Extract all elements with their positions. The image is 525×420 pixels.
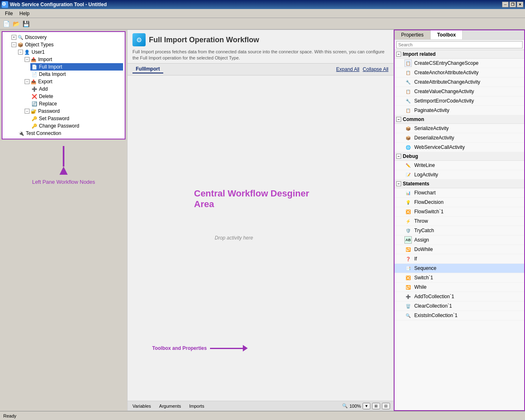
group-header-common[interactable]: − Common	[395, 115, 524, 124]
item-try-catch[interactable]: 🛡️ TryCatch	[395, 226, 524, 235]
item-switch[interactable]: 🔀 Switch`1	[395, 273, 524, 283]
item-create-value[interactable]: 📋 CreateValueChangeActivity	[395, 87, 524, 96]
tab-properties[interactable]: Properties	[395, 30, 431, 39]
tree-item-export[interactable]: − 📤 Export	[24, 78, 123, 85]
item-label-writeline: WriteLine	[414, 162, 435, 168]
group-expander-common[interactable]: −	[396, 117, 401, 122]
tree-item-set-password[interactable]: 🔑 Set Password	[30, 115, 123, 122]
item-throw[interactable]: ⚡ Throw	[395, 217, 524, 226]
item-flow-switch[interactable]: 🔀 FlowSwitch`1	[395, 207, 524, 217]
tree-item-test-connection[interactable]: 🔌 Test Connection	[17, 130, 123, 137]
expander-import[interactable]: −	[25, 57, 30, 62]
arguments-tab[interactable]: Arguments	[158, 403, 183, 409]
menu-file[interactable]: File	[2, 10, 16, 17]
arrow-head-up	[59, 167, 68, 175]
item-icon-if: ❓	[404, 255, 412, 262]
item-add-to-collection[interactable]: ➕ AddToCollection`1	[395, 292, 524, 301]
item-label-do-while: DoWhile	[414, 247, 433, 252]
object-types-label: Object Types	[25, 42, 54, 48]
item-writeline[interactable]: ✏️ WriteLine	[395, 161, 524, 170]
restore-button[interactable]: ❐	[509, 2, 516, 7]
item-create-attribute[interactable]: 🔧 CreateAttributeChangeActivity	[395, 78, 524, 87]
designer-tab-fullimport[interactable]: FullImport	[132, 65, 163, 73]
expander-password[interactable]: −	[25, 109, 30, 114]
item-flow-decision[interactable]: 💡 FlowDecision	[395, 198, 524, 207]
item-while[interactable]: 🔁 While	[395, 283, 524, 292]
group-header-statements[interactable]: − Statements	[395, 180, 524, 188]
zoom-dropdown-button[interactable]: ▼	[363, 403, 370, 409]
title-bar: ⚙ Web Service Configuration Tool - Untit…	[0, 0, 525, 9]
item-flowchart[interactable]: 📊 Flowchart	[395, 188, 524, 198]
delta-import-icon: 📄	[31, 71, 38, 78]
item-icon-set-import-error: 🔧	[404, 97, 412, 105]
item-create-anchor[interactable]: 📋 CreateAnchorAttributeActivity	[395, 68, 524, 78]
item-if[interactable]: ❓ If	[395, 254, 524, 264]
item-exists-in-collection[interactable]: 🔍 ExistsInCollection`1	[395, 311, 524, 320]
item-icon-paginate: 📋	[404, 107, 412, 114]
workflow-title: Full Import Operation Workflow	[149, 36, 259, 44]
item-clear-collection[interactable]: 🗑️ ClearCollection`1	[395, 301, 524, 311]
toolbox-annotation: Toolbox and Properties	[152, 345, 248, 352]
designer-header: ⚙ Full Import Operation Workflow Full Im…	[128, 30, 393, 64]
tree-item-change-password[interactable]: 🔑 Change Password	[30, 122, 123, 130]
item-create-cs-entry[interactable]: 📋 CreateCSEntryChangeScope	[395, 59, 524, 68]
collapse-all-button[interactable]: Collapse All	[363, 66, 388, 72]
search-input[interactable]	[396, 41, 523, 48]
item-deserialize[interactable]: 📦 DeserializeActivity	[395, 133, 524, 143]
tree-item-object-types[interactable]: − 📦 Object Types	[11, 41, 123, 48]
tab-toolbox[interactable]: Toolbox	[431, 30, 463, 39]
item-set-import-error[interactable]: 🔧 SetImportErrorCodeActivity	[395, 96, 524, 106]
expander-export[interactable]: −	[25, 79, 30, 84]
group-statements: − Statements 📊 Flowchart 💡 FlowDecision …	[395, 180, 524, 320]
tree-item-user1[interactable]: − 👤 User1	[17, 48, 123, 56]
designer-canvas[interactable]: Central Workflow Desginer Area Drop acti…	[128, 75, 393, 401]
zoom-in-button[interactable]: ⊞	[372, 403, 380, 409]
item-icon-switch: 🔀	[404, 274, 412, 281]
export-icon: 📤	[30, 78, 37, 85]
item-assign[interactable]: AB Assign	[395, 235, 524, 245]
tree-item-import[interactable]: − 📥 Import	[24, 56, 123, 63]
search-icon: 🔍	[342, 403, 348, 409]
group-expander-debug[interactable]: −	[396, 154, 401, 159]
save-button[interactable]: 💾	[21, 19, 30, 28]
item-label-flow-decision: FlowDecision	[414, 199, 443, 205]
expand-all-button[interactable]: Expand All	[336, 66, 360, 72]
item-log-activity[interactable]: 📝 LogActivity	[395, 170, 524, 180]
test-connection-icon: 🔌	[18, 130, 25, 137]
item-label-serialize: SerializeActivity	[414, 126, 449, 131]
menu-help[interactable]: Help	[16, 10, 33, 17]
tree-item-discovery[interactable]: + 🔍 Discovery	[11, 34, 123, 41]
group-expander-import-related[interactable]: −	[396, 52, 401, 57]
expander-object-types[interactable]: −	[11, 42, 16, 47]
imports-tab[interactable]: Imports	[187, 403, 206, 409]
expander-user1[interactable]: −	[18, 50, 23, 55]
item-label-webservice-call: WebServiceCallActivity	[414, 144, 465, 150]
item-label-sequence: Sequence	[414, 265, 436, 271]
zoom-out-button[interactable]: ⊟	[382, 403, 390, 409]
tree-item-delete[interactable]: ❌ Delete	[30, 93, 123, 100]
item-serialize[interactable]: 📦 SerializeActivity	[395, 124, 524, 133]
replace-label: Replace	[39, 101, 57, 107]
tree-item-password[interactable]: − 🔐 Password	[24, 107, 123, 115]
tree-item-replace[interactable]: 🔄 Replace	[30, 100, 123, 107]
tree-item-add[interactable]: ➕ Add	[30, 85, 123, 93]
tree-item-delta-import[interactable]: 📄 Delta Import	[30, 71, 123, 78]
item-icon-add-to-collection: ➕	[404, 293, 412, 300]
item-do-while[interactable]: 🔁 DoWhile	[395, 245, 524, 254]
variables-tab[interactable]: Variables	[131, 403, 153, 409]
minimize-button[interactable]: ─	[502, 2, 509, 7]
item-paginate[interactable]: 📋 PaginateActivity	[395, 106, 524, 115]
item-sequence[interactable]: 📑 Sequence	[395, 264, 524, 273]
close-button[interactable]: ✕	[517, 2, 523, 7]
new-button[interactable]: 📄	[2, 19, 11, 28]
group-header-debug[interactable]: − Debug	[395, 152, 524, 161]
expander-discovery[interactable]: +	[11, 35, 16, 40]
group-expander-statements[interactable]: −	[396, 181, 401, 186]
tree-item-full-import[interactable]: 📄 Full Import	[30, 63, 123, 71]
item-label-set-import-error: SetImportErrorCodeActivity	[414, 98, 474, 104]
open-button[interactable]: 📂	[11, 19, 21, 28]
item-webservice-call[interactable]: 🌐 WebServiceCallActivity	[395, 143, 524, 152]
group-header-import-related[interactable]: − Import related	[395, 50, 524, 59]
item-label-if: If	[414, 256, 417, 262]
group-debug: − Debug ✏️ WriteLine 📝 LogActivity	[395, 152, 524, 180]
